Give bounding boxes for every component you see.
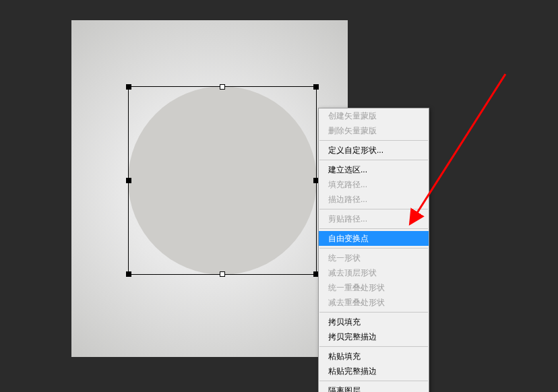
menu-separator xyxy=(319,160,428,160)
menu-item: 描边路径... xyxy=(319,192,429,207)
canvas-document[interactable] xyxy=(71,20,348,357)
ellipse-shape[interactable] xyxy=(128,86,317,275)
menu-item: 统一重叠处形状 xyxy=(319,280,429,295)
menu-separator xyxy=(319,209,428,209)
menu-item: 剪贴路径... xyxy=(319,211,429,226)
menu-item[interactable]: 粘贴填充 xyxy=(319,349,429,364)
menu-item: 填充路径... xyxy=(319,177,429,192)
menu-item[interactable]: 隔离图层 xyxy=(319,383,429,392)
menu-item: 创建矢量蒙版 xyxy=(319,108,429,123)
transform-handle-top-left[interactable] xyxy=(126,84,131,90)
menu-separator xyxy=(319,312,428,313)
menu-separator xyxy=(319,228,428,229)
transform-handle-bottom-left[interactable] xyxy=(126,271,131,277)
menu-separator xyxy=(319,381,428,381)
menu-separator xyxy=(319,140,428,141)
context-menu: 创建矢量蒙版删除矢量蒙版定义自定形状...建立选区...填充路径...描边路径.… xyxy=(318,108,429,392)
menu-separator xyxy=(319,248,428,249)
menu-item: 减去重叠处形状 xyxy=(319,295,429,310)
menu-item[interactable]: 建立选区... xyxy=(319,162,429,177)
menu-item: 减去顶层形状 xyxy=(319,265,429,280)
menu-item[interactable]: 拷贝填充 xyxy=(319,315,429,329)
menu-item[interactable]: 拷贝完整描边 xyxy=(319,329,429,344)
menu-separator xyxy=(319,346,428,347)
menu-item[interactable]: 定义自定形状... xyxy=(319,143,429,158)
menu-item[interactable]: 粘贴完整描边 xyxy=(319,364,429,379)
menu-item: 统一形状 xyxy=(319,251,429,265)
transform-handle-top-right[interactable] xyxy=(313,84,319,90)
menu-item: 删除矢量蒙版 xyxy=(319,123,429,138)
menu-item[interactable]: 自由变换点 xyxy=(319,231,429,246)
